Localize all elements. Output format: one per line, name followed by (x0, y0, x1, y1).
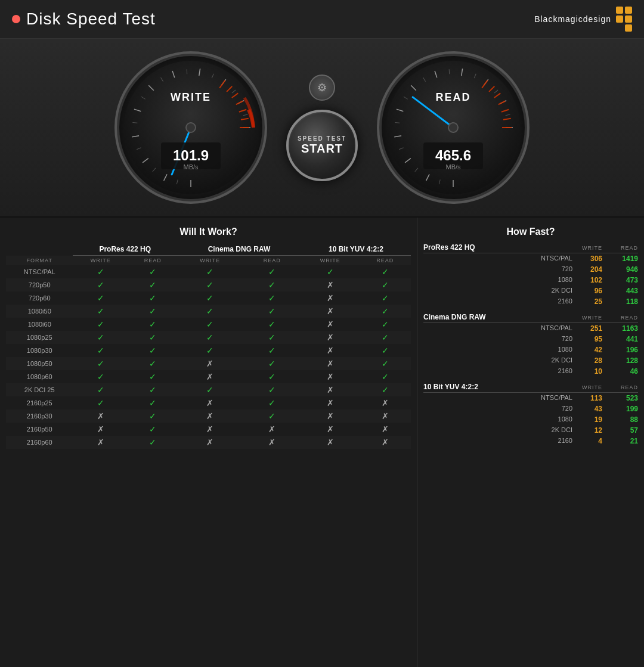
svg-line-21 (187, 69, 187, 74)
table-cell: ✗ (177, 370, 243, 383)
hf-row-label: 1080 (423, 415, 578, 424)
table-cell: ✓ (243, 331, 301, 344)
table-row: 2160p30✗✓✗✓✗✗ (6, 409, 411, 423)
close-button[interactable] (12, 15, 20, 23)
table-cell: ✓ (73, 357, 128, 370)
hf-row-values: 95441 (578, 335, 638, 343)
start-label-line1: SPEED TEST (298, 135, 346, 142)
hf-write-value: 25 (578, 297, 602, 306)
row-label: 2160p50 (6, 423, 73, 436)
table-cell: ✗ (301, 291, 360, 305)
table-cell: ✓ (73, 278, 128, 291)
title-bar-left: Disk Speed Test (12, 10, 156, 29)
table-cell: ✓ (243, 396, 301, 409)
hf-read-value: 441 (614, 335, 638, 343)
table-cell: ✓ (360, 278, 411, 291)
table-cell: ✗ (301, 396, 360, 409)
hf-read-header: READ (614, 384, 638, 390)
table-cell: ✓ (128, 305, 177, 318)
table-cell: ✓ (243, 291, 301, 305)
hf-row-values: 1988 (578, 415, 638, 424)
table-cell: ✗ (73, 436, 128, 449)
settings-button[interactable]: ⚙ (309, 75, 335, 101)
table-cell: ✗ (301, 357, 360, 370)
title-bar: Disk Speed Test Blackmagicdesign (0, 0, 644, 39)
how-fast-panel: How Fast? ProRes 422 HQWRITEREADNTSC/PAL… (417, 218, 644, 667)
table-cell: ✗ (301, 409, 360, 423)
hf-write-value: 10 (578, 367, 602, 376)
hf-write-value: 4 (578, 437, 602, 445)
svg-line-60 (449, 69, 450, 74)
hf-read-value: 946 (614, 265, 638, 274)
hf-data-row: 2K DCI1257 (423, 425, 638, 436)
hf-read-value: 473 (614, 276, 638, 284)
row-label: 1080i60 (6, 318, 73, 331)
row-label: 2160p30 (6, 409, 73, 423)
table-row: 2160p25✓✓✗✓✗✗ (6, 396, 411, 409)
center-controls: ⚙ SPEED TEST START (286, 75, 358, 181)
row-label: 1080p50 (6, 357, 73, 370)
will-it-work-table: ProRes 422 HQ Cinema DNG RAW 10 Bit YUV … (6, 243, 411, 449)
hf-row-values: 1257 (578, 426, 638, 435)
brand-dot-5 (616, 24, 623, 32)
svg-text:465.6: 465.6 (435, 147, 471, 163)
table-cell: ✓ (243, 383, 301, 396)
sub-read-1: READ (128, 256, 177, 266)
start-button[interactable]: SPEED TEST START (286, 110, 358, 181)
table-cell: ✓ (360, 383, 411, 396)
hf-row-label: 720 (423, 405, 578, 413)
sub-write-3: WRITE (301, 256, 360, 266)
hf-row-values: 96443 (578, 287, 638, 295)
table-cell: ✓ (73, 265, 128, 278)
hf-data-row: 21601046 (423, 366, 638, 377)
hf-write-value: 43 (578, 405, 602, 413)
table-cell: ✓ (360, 331, 411, 344)
table-cell: ✗ (301, 318, 360, 331)
table-cell: ✓ (243, 278, 301, 291)
table-row: 1080p30✓✓✓✓✗✓ (6, 344, 411, 357)
hf-row-values: 25118 (578, 297, 638, 306)
hf-row-label: 2K DCI (423, 356, 578, 365)
hf-row-label: 720 (423, 335, 578, 343)
table-cell: ✗ (301, 331, 360, 344)
hf-row-label: 2160 (423, 367, 578, 376)
hf-write-value: 28 (578, 356, 602, 365)
hf-row-values: 43199 (578, 405, 638, 413)
hf-data-row: 720204946 (423, 264, 638, 275)
gauges-section: WRITE 101.9 MB/s ⚙ SPEED TEST START (0, 39, 644, 218)
svg-text:WRITE: WRITE (171, 91, 211, 103)
table-row: NTSC/PAL✓✓✓✓✓✓ (6, 265, 411, 278)
brand-dot-4 (625, 15, 632, 23)
hf-read-value: 118 (614, 297, 638, 306)
table-cell: ✗ (177, 409, 243, 423)
hf-row-values: 2511163 (578, 324, 638, 333)
table-cell: ✓ (177, 305, 243, 318)
table-cell: ✗ (243, 436, 301, 449)
table-cell: ✓ (243, 305, 301, 318)
hf-headers: WRITEREAD (578, 315, 638, 321)
hf-write-value: 251 (578, 324, 602, 333)
hf-row-label: NTSC/PAL (423, 324, 578, 333)
brand-icon (616, 7, 632, 32)
table-cell: ✓ (243, 344, 301, 357)
table-cell: ✗ (301, 436, 360, 449)
row-label: 2160p60 (6, 436, 73, 449)
table-cell: ✗ (177, 396, 243, 409)
table-row: 1080p25✓✓✓✓✗✓ (6, 331, 411, 344)
hf-read-value: 88 (614, 415, 638, 424)
table-cell: ✓ (73, 370, 128, 383)
hf-row-label: 1080 (423, 346, 578, 354)
table-cell: ✓ (243, 409, 301, 423)
format-label: FORMAT (6, 256, 73, 266)
hf-data-row: NTSC/PAL3061419 (423, 253, 638, 264)
table-cell: ✓ (73, 396, 128, 409)
table-cell: ✓ (128, 370, 177, 383)
how-fast-title: How Fast? (423, 227, 638, 237)
table-cell: ✗ (360, 396, 411, 409)
hf-row-label: NTSC/PAL (423, 255, 578, 263)
table-cell: ✗ (243, 423, 301, 436)
hf-data-row: 72095441 (423, 334, 638, 345)
table-cell: ✓ (128, 383, 177, 396)
hf-write-value: 12 (578, 426, 602, 435)
table-cell: ✓ (128, 318, 177, 331)
